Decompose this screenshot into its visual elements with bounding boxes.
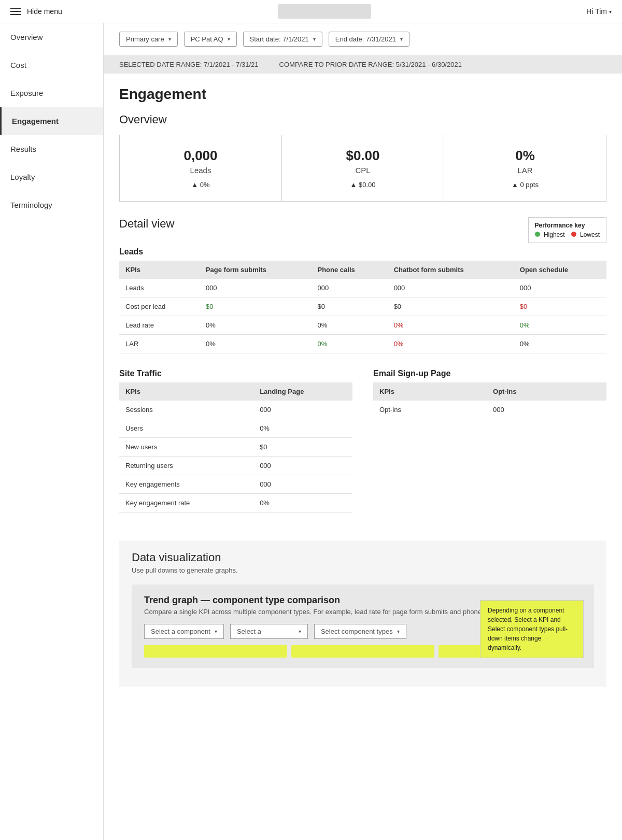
leads-table-header-row: KPIs Page form submits Phone calls Chatb… [119,261,606,279]
top-bar: Hide menu Hi Tim ▾ [0,0,622,23]
practitioner-filter[interactable]: PC Pat AQ ▾ [184,32,237,47]
site-traffic-row: Key engagement rate 0% [119,494,352,512]
leads-value: 0,000 [135,148,266,164]
highest-dot [535,232,540,237]
lar-label: LAR [460,166,590,175]
detail-view: Detail view Performance key Highest Lowe… [119,217,606,353]
end-date-filter[interactable]: End date: 7/31/2021 ▾ [329,32,409,47]
email-signup-label: Email Sign-up Page [373,369,606,378]
start-date-label: Start date: 7/1/2021 [250,35,309,43]
practice-filter-arrow: ▾ [168,36,171,42]
leads-table-row: Lead rate 0% 0% 0% 0% [119,316,606,335]
st-row-value: 0% [253,419,352,438]
top-bar-left: Hide menu [10,7,62,16]
start-date-filter[interactable]: Start date: 7/1/2021 ▾ [243,32,322,47]
kpi-dropdown[interactable]: Select a ▾ [230,624,308,639]
es-col-optins: Opt-ins [487,382,606,401]
st-row-kpi: Key engagements [119,475,253,494]
st-row-kpi: Sessions [119,401,253,419]
layout: Overview Cost Exposure Engagement Result… [0,23,622,840]
st-row-kpi: Users [119,419,253,438]
leads-row-chatbot: 000 [388,279,514,297]
component-types-dropdown-arrow: ▾ [397,629,400,634]
component-dropdown[interactable]: Select a component ▾ [144,624,224,639]
hamburger-icon[interactable] [10,8,21,15]
search-input[interactable] [278,4,371,19]
sidebar-item-engagement[interactable]: Engagement [0,107,103,135]
col-page-form: Page form submits [200,261,312,279]
leads-row-page-form: 0% [200,316,312,335]
leads-row-open-schedule: 000 [514,279,606,297]
st-row-value: 000 [253,475,352,494]
st-col-kpis: KPIs [119,382,253,401]
leads-row-phone: 0% [312,316,388,335]
detail-view-title: Detail view [119,217,174,231]
sidebar-item-overview[interactable]: Overview [0,23,103,51]
col-open-schedule: Open schedule [514,261,606,279]
site-traffic-header: KPIs Landing Page [119,382,352,401]
trend-graph-box: Trend graph — component type comparison … [132,585,594,668]
leads-row-page-form: 0% [200,335,312,353]
leads-row-open-schedule: 0% [514,335,606,353]
kpi-dropdown-label: Select a [237,628,294,635]
metric-card-cpl: $0.00 CPL ▲ $0.00 [282,135,444,202]
date-banner: SELECTED DATE RANGE: 7/1/2021 - 7/31/21 … [104,55,622,74]
email-signup-table: KPIs Opt-ins Opt-ins 000 [373,382,606,419]
leads-table-row: Cost per lead $0 $0 $0 $0 [119,297,606,316]
es-row-kpi: Opt-ins [373,401,487,419]
site-traffic-row: New users $0 [119,438,352,457]
data-viz-title: Data visualization [132,551,594,564]
sidebar-item-cost[interactable]: Cost [0,51,103,79]
selected-date-range: SELECTED DATE RANGE: 7/1/2021 - 7/31/21 [119,61,259,68]
st-row-kpi: New users [119,438,253,457]
content-area: Engagement Overview 0,000 Leads ▲ 0% $0.… [104,74,622,699]
leads-row-page-form: $0 [200,297,312,316]
lar-change: ▲ 0 ppts [460,181,590,189]
site-traffic-row: Key engagements 000 [119,475,352,494]
component-dropdown-label: Select a component [151,628,210,635]
st-row-value: 000 [253,457,352,475]
leads-table: KPIs Page form submits Phone calls Chatb… [119,261,606,353]
compare-date-range: COMPARE TO PRIOR DATE RANGE: 5/31/2021 -… [279,61,462,68]
st-row-value: 0% [253,494,352,512]
sidebar-item-terminology[interactable]: Terminology [0,191,103,219]
leads-row-page-form: 000 [200,279,312,297]
leads-table-row: Leads 000 000 000 000 [119,279,606,297]
overview-cards: 0,000 Leads ▲ 0% $0.00 CPL ▲ $0.00 0% LA… [119,135,606,202]
end-date-label: End date: 7/31/2021 [335,35,396,43]
st-row-value: 000 [253,401,352,419]
performance-key-items: Highest Lowest [535,231,600,238]
lowest-key: Lowest [571,231,600,238]
main-content: Primary care ▾ PC Pat AQ ▾ Start date: 7… [104,23,622,840]
leads-change: ▲ 0% [135,181,266,189]
overview-section-title: Overview [119,113,606,126]
practitioner-filter-arrow: ▾ [228,36,230,42]
cpl-label: CPL [298,166,428,175]
sidebar-item-results[interactable]: Results [0,135,103,163]
performance-key-title: Performance key [535,222,600,229]
component-types-dropdown-label: Select component types [321,628,393,635]
leads-row-chatbot: $0 [388,297,514,316]
leads-row-kpi: Leads [119,279,200,297]
start-date-arrow: ▾ [313,36,316,42]
sidebar-item-loyalty[interactable]: Loyalty [0,163,103,191]
site-traffic-section: Site Traffic KPIs Landing Page Sessions … [119,369,352,525]
highest-key: Highest [535,231,565,238]
st-row-kpi: Returning users [119,457,253,475]
leads-row-chatbot: 0% [388,316,514,335]
user-menu-chevron[interactable]: ▾ [609,9,612,15]
sidebar-item-exposure[interactable]: Exposure [0,79,103,107]
end-date-arrow: ▾ [400,36,403,42]
sidebar: Overview Cost Exposure Engagement Result… [0,23,104,840]
cpl-value: $0.00 [298,148,428,164]
practice-filter[interactable]: Primary care ▾ [119,32,178,47]
email-signup-header: KPIs Opt-ins [373,382,606,401]
component-types-dropdown[interactable]: Select component types ▾ [314,624,406,639]
st-row-value: $0 [253,438,352,457]
site-traffic-row: Users 0% [119,419,352,438]
leads-row-kpi: Lead rate [119,316,200,335]
leads-label: Leads [135,166,266,175]
site-traffic-label: Site Traffic [119,369,352,378]
col-kpis: KPIs [119,261,200,279]
hide-menu-label: Hide menu [27,7,62,16]
